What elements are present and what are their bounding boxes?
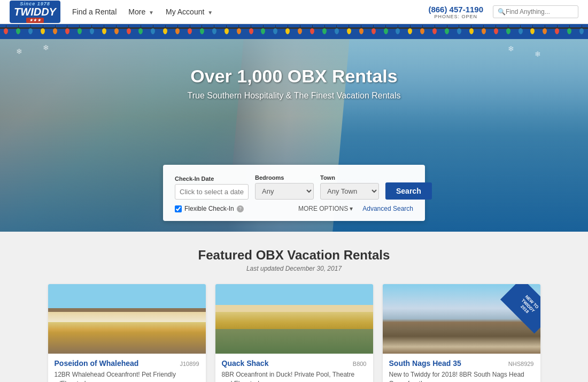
search-fields-row: Check-In Date Bedrooms Any 1234 5678+ To…	[175, 174, 413, 200]
search-widget: Check-In Date Bedrooms Any 1234 5678+ To…	[163, 165, 425, 221]
card-body: Quack ShackB8008BR Oceanfront in Duck! P…	[215, 354, 373, 382]
light-bulb	[163, 25, 167, 34]
card-body: Poseidon of WhaleheadJ1089912BR Whalehea…	[48, 354, 206, 382]
light-bulb	[408, 25, 412, 34]
light-bulb	[16, 25, 20, 34]
light-bulb	[151, 25, 155, 34]
nav-find-rental[interactable]: Find a Rental	[72, 7, 117, 16]
light-bulb	[579, 25, 584, 34]
light-bulb	[138, 25, 143, 34]
header-search[interactable]: 🔍	[493, 5, 578, 18]
light-bulb	[310, 25, 314, 34]
flexible-help-icon[interactable]: ?	[237, 205, 244, 212]
light-bulb	[322, 25, 327, 34]
light-bulb	[53, 25, 57, 34]
advanced-search-link[interactable]: Advanced Search	[362, 205, 413, 212]
nav-my-account[interactable]: My Account ▼	[166, 7, 213, 16]
more-options-chevron: ▾	[350, 205, 353, 212]
flexible-check-group: Flexible Check-In ?	[175, 205, 244, 212]
light-bulb	[347, 25, 351, 34]
light-bulb	[519, 25, 523, 34]
more-options-toggle[interactable]: MORE OPTIONS ▾	[298, 205, 353, 212]
flexible-checkin-checkbox[interactable]	[175, 205, 182, 212]
checkin-label: Check-In Date	[175, 175, 249, 182]
card-title-link[interactable]: Poseidon of Whalehead	[55, 359, 139, 368]
logo-text: TWIDDY	[14, 6, 56, 17]
property-card: NEW TO TWIDDY 2018South Nags Head 35NHS8…	[383, 284, 540, 382]
light-bulb	[225, 25, 229, 34]
card-title-row: Quack ShackB800	[222, 359, 367, 368]
flexible-checkin-label: Flexible Check-In	[184, 205, 234, 212]
hero-section: ❄ ❄ ❄ ❄ Over 1,000 OBX Rentals True Sout…	[0, 39, 588, 232]
card-title-row: Poseidon of WhaleheadJ10899	[55, 359, 199, 368]
light-bulb	[188, 25, 192, 34]
card-body: South Nags Head 35NHS8929New to Twiddy f…	[383, 354, 540, 382]
logo-ribbon: ★ ★ ★	[26, 18, 44, 23]
light-bulb	[457, 25, 461, 34]
light-bulb	[506, 25, 510, 34]
account-dropdown-arrow: ▼	[207, 10, 213, 16]
light-bulb	[237, 25, 241, 34]
main-nav: Find a Rental More ▼ My Account ▼	[72, 7, 213, 16]
light-bulb	[384, 25, 388, 34]
light-bulb	[175, 25, 180, 34]
checkin-field: Check-In Date	[175, 175, 249, 200]
light-bulb	[555, 25, 559, 34]
header-right: (866) 457-1190 PHONES: OPEN 🔍	[428, 5, 578, 19]
logo-area: Since 1978 TWIDDY ★ ★ ★ Find a Rental Mo…	[10, 1, 213, 23]
hero-subtitle: True Southern Hospitality & The Finest V…	[187, 91, 400, 101]
card-title-row: South Nags Head 35NHS8929	[389, 359, 534, 368]
light-bulb	[102, 25, 106, 34]
light-bulb	[114, 25, 119, 34]
light-bulb	[261, 25, 265, 34]
light-bulb	[4, 25, 8, 34]
light-bulb	[65, 25, 69, 34]
light-bulb	[212, 25, 216, 34]
bedrooms-select[interactable]: Any 1234 5678+	[255, 183, 314, 200]
card-title-link[interactable]: South Nags Head 35	[389, 359, 461, 368]
phone-block: (866) 457-1190 PHONES: OPEN	[428, 5, 483, 19]
light-bulb	[90, 25, 94, 34]
hero-title: Over 1,000 OBX Rentals	[187, 66, 400, 87]
search-button[interactable]: Search	[385, 182, 432, 200]
header: Since 1978 TWIDDY ★ ★ ★ Find a Rental Mo…	[0, 0, 588, 24]
phones-status: PHONES: OPEN	[428, 14, 483, 19]
town-label: Town	[320, 174, 379, 181]
card-image	[215, 284, 373, 354]
light-bulb	[530, 25, 535, 34]
featured-section: Featured OBX Vacation Rentals Last updat…	[0, 232, 588, 382]
light-bulb	[543, 25, 547, 34]
card-description: New to Twiddy for 2018! 8BR South Nags H…	[389, 370, 534, 382]
header-search-input[interactable]	[506, 8, 575, 16]
checkin-input[interactable]	[175, 184, 249, 200]
light-bulb	[469, 25, 474, 34]
featured-title: Featured OBX Vacation Rentals	[11, 248, 577, 263]
light-bulb	[432, 25, 437, 34]
card-description: 12BR Whalehead Oceanfront! Pet Friendly …	[55, 370, 199, 382]
light-bulb	[335, 25, 339, 34]
town-select[interactable]: Any Town DuckCorollaKill Devil Hills Nag…	[320, 183, 379, 200]
light-bulb	[482, 25, 486, 34]
bedrooms-field: Bedrooms Any 1234 5678+	[255, 174, 314, 200]
card-description: 8BR Oceanfront in Duck! Private Pool, Th…	[222, 370, 367, 382]
light-bulb	[41, 25, 45, 34]
card-image	[48, 284, 206, 354]
light-bulb	[285, 25, 290, 34]
featured-updated: Last updated December 30, 2017	[11, 265, 577, 272]
logo-since-text: Since 1978	[20, 1, 50, 6]
light-bulb	[494, 25, 498, 34]
light-bulb	[78, 25, 82, 34]
light-bulb	[567, 25, 571, 34]
logo[interactable]: Since 1978 TWIDDY ★ ★ ★	[10, 1, 60, 23]
light-bulb	[372, 25, 376, 34]
light-bulb	[420, 25, 424, 34]
new-ribbon: NEW TO TWIDDY 2018	[500, 284, 540, 333]
nav-more[interactable]: More ▼	[128, 7, 154, 16]
cards-row: Poseidon of WhaleheadJ1089912BR Whalehea…	[11, 284, 577, 382]
phone-number[interactable]: (866) 457-1190	[428, 5, 483, 14]
light-bulb	[396, 25, 400, 34]
hero-text: Over 1,000 OBX Rentals True Southern Hos…	[187, 66, 400, 101]
header-search-icon: 🔍	[498, 8, 506, 16]
search-bottom-row: Flexible Check-In ? MORE OPTIONS ▾ Advan…	[175, 205, 413, 212]
card-title-link[interactable]: Quack Shack	[222, 359, 269, 368]
